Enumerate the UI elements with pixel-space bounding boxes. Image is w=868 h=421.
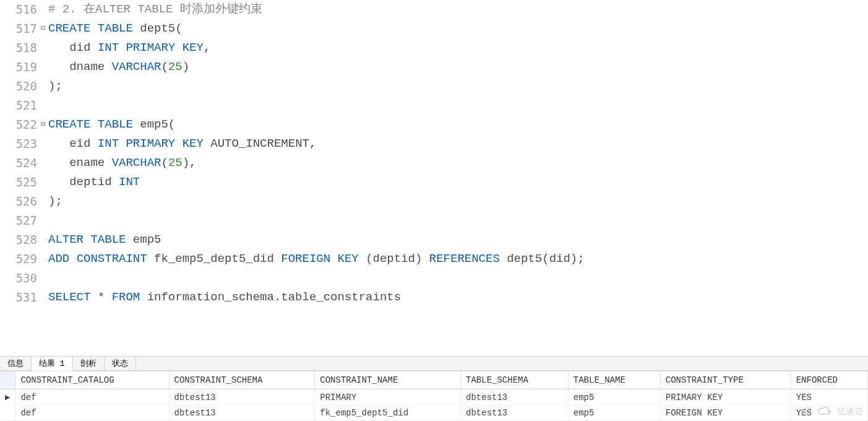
result-tabs: 信息结果 1剖析状态 [0, 356, 868, 371]
results-table[interactable]: CONSTRAINT_CATALOGCONSTRAINT_SCHEMACONST… [0, 371, 868, 421]
cell[interactable]: def [15, 406, 169, 421]
column-header[interactable]: TABLE_SCHEMA [461, 371, 569, 389]
cell[interactable]: dbtest13 [461, 406, 569, 421]
code-line[interactable]: 518 did INT PRIMARY KEY, [0, 38, 868, 58]
fold-toggle [41, 154, 48, 173]
tab-状态[interactable]: 状态 [105, 357, 136, 370]
code-line[interactable]: 526); [0, 192, 868, 211]
fold-toggle [41, 96, 48, 115]
tab-信息[interactable]: 信息 [0, 357, 32, 370]
line-number: 528 [0, 230, 41, 250]
code-line[interactable]: 528ALTER TABLE emp5 [0, 230, 868, 250]
code-text[interactable]: SELECT * FROM information_schema.table_c… [48, 288, 401, 307]
fold-toggle [41, 0, 48, 19]
results-panel: CONSTRAINT_CATALOGCONSTRAINT_SCHEMACONST… [0, 371, 868, 421]
cell[interactable]: PRIMARY KEY [660, 389, 791, 406]
code-text[interactable]: ADD CONSTRAINT fk_emp5_dept5_did FOREIGN… [48, 250, 585, 269]
code-line[interactable]: 527 [0, 211, 868, 230]
cell[interactable]: dbtest13 [461, 389, 569, 406]
code-line[interactable]: 525 deptid INT [0, 173, 868, 192]
cell[interactable]: def [15, 389, 169, 406]
line-number: 523 [0, 134, 41, 154]
column-header[interactable]: CONSTRAINT_CATALOG [15, 371, 169, 389]
code-text[interactable]: ); [48, 192, 62, 211]
fold-toggle [41, 211, 48, 230]
code-text[interactable]: ename VARCHAR(25), [48, 154, 196, 173]
code-text[interactable]: dname VARCHAR(25) [48, 58, 189, 77]
code-text[interactable]: deptid INT [48, 173, 140, 192]
code-line[interactable]: 521 [0, 96, 868, 115]
watermark: CS 亿速云 [802, 406, 863, 417]
cell[interactable]: FOREIGN KEY [660, 406, 791, 421]
code-text[interactable]: eid INT PRIMARY KEY AUTO_INCREMENT, [48, 134, 316, 154]
fold-toggle [41, 250, 48, 269]
fold-toggle [41, 269, 48, 288]
code-line[interactable]: 520); [0, 77, 868, 96]
code-text[interactable]: ALTER TABLE emp5 [48, 230, 161, 250]
column-header[interactable]: CONSTRAINT_TYPE [660, 371, 791, 389]
column-header[interactable]: CONSTRAINT_SCHEMA [169, 371, 315, 389]
watermark-prefix: CS [802, 407, 812, 417]
line-number: 516 [0, 0, 41, 19]
fold-toggle [41, 173, 48, 192]
line-number: 529 [0, 250, 41, 269]
line-number: 527 [0, 211, 41, 230]
fold-toggle [41, 58, 48, 77]
cell[interactable]: fk_emp5_dept5_did [315, 406, 461, 421]
code-line[interactable]: 529ADD CONSTRAINT fk_emp5_dept5_did FORE… [0, 250, 868, 269]
code-line[interactable]: 516# 2. 在ALTER TABLE 时添加外键约束 [0, 0, 868, 19]
code-line[interactable]: 522⊟CREATE TABLE emp5( [0, 115, 868, 134]
code-text[interactable]: # 2. 在ALTER TABLE 时添加外键约束 [48, 0, 262, 19]
fold-toggle[interactable]: ⊟ [41, 115, 48, 134]
fold-toggle [41, 38, 48, 58]
line-number: 517 [0, 19, 41, 38]
code-text[interactable]: CREATE TABLE emp5( [48, 115, 175, 134]
code-line[interactable]: 517⊟CREATE TABLE dept5( [0, 19, 868, 38]
row-marker-header [0, 371, 15, 389]
table-row[interactable]: ▶defdbtest13PRIMARYdbtest13emp5PRIMARY K… [0, 389, 868, 406]
cell[interactable]: emp5 [568, 406, 660, 421]
code-text[interactable]: ); [48, 77, 62, 96]
line-number: 524 [0, 154, 41, 173]
cell[interactable]: PRIMARY [315, 389, 461, 406]
row-marker: ▶ [0, 389, 15, 406]
cloud-icon [816, 406, 833, 417]
line-number: 525 [0, 173, 41, 192]
code-line[interactable]: 523 eid INT PRIMARY KEY AUTO_INCREMENT, [0, 134, 868, 154]
fold-toggle[interactable]: ⊟ [41, 19, 48, 38]
line-number: 520 [0, 77, 41, 96]
code-line[interactable]: 524 ename VARCHAR(25), [0, 154, 868, 173]
row-marker [0, 406, 15, 421]
cell[interactable]: dbtest13 [169, 406, 315, 421]
fold-toggle [41, 288, 48, 307]
cell[interactable]: YES [791, 389, 867, 406]
column-header[interactable]: CONSTRAINT_NAME [315, 371, 461, 389]
line-number: 526 [0, 192, 41, 211]
fold-toggle [41, 134, 48, 154]
fold-toggle [41, 77, 48, 96]
fold-toggle [41, 230, 48, 250]
column-header[interactable]: TABLE_NAME [568, 371, 660, 389]
code-line[interactable]: 530 [0, 269, 868, 288]
line-number: 522 [0, 115, 41, 134]
cell[interactable]: emp5 [568, 389, 660, 406]
column-header[interactable]: ENFORCED [791, 371, 867, 389]
line-number: 531 [0, 288, 41, 307]
code-text[interactable]: did INT PRIMARY KEY, [48, 38, 210, 58]
table-row[interactable]: defdbtest13fk_emp5_dept5_diddbtest13emp5… [0, 406, 868, 421]
line-number: 519 [0, 58, 41, 77]
tab-结果 1[interactable]: 结果 1 [32, 357, 73, 371]
line-number: 518 [0, 38, 41, 58]
tab-剖析[interactable]: 剖析 [73, 357, 105, 370]
svg-point-0 [828, 410, 830, 413]
watermark-brand: 亿速云 [837, 406, 863, 417]
code-line[interactable]: 531SELECT * FROM information_schema.tabl… [0, 288, 868, 307]
line-number: 530 [0, 269, 41, 288]
code-text[interactable]: CREATE TABLE dept5( [48, 19, 183, 38]
sql-editor[interactable]: 516# 2. 在ALTER TABLE 时添加外键约束517⊟CREATE T… [0, 0, 868, 356]
code-line[interactable]: 519 dname VARCHAR(25) [0, 58, 868, 77]
cell[interactable]: dbtest13 [169, 389, 315, 406]
fold-toggle [41, 192, 48, 211]
line-number: 521 [0, 96, 41, 115]
